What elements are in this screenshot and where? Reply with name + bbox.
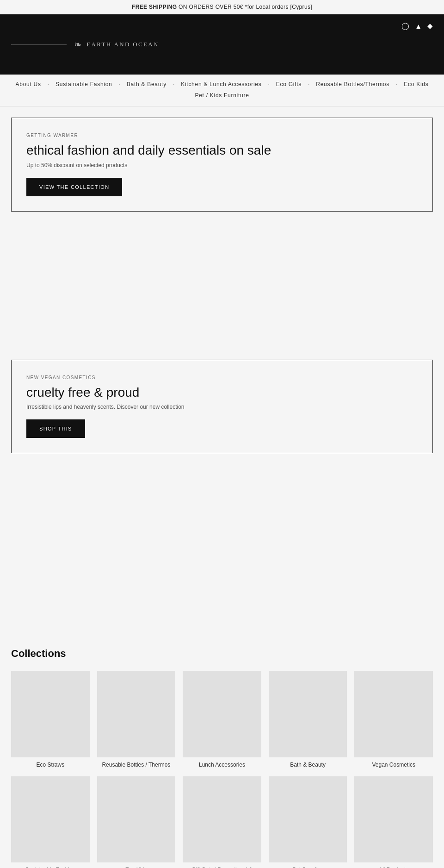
nav-eco-gifts[interactable]: Eco Gifts <box>270 79 308 89</box>
collection-thumb-lunch-accessories <box>183 671 261 757</box>
top-banner: FREE SHIPPING ON ORDERS OVER 50€ *for Lo… <box>0 0 444 14</box>
nav-pet-kids-furniture[interactable]: Pet / Kids Furniture <box>188 90 255 100</box>
nav-kitchen-lunch[interactable]: Kitchen & Lunch Accessories <box>174 79 268 89</box>
collection-thumb-gift-sets <box>183 776 261 863</box>
collection-label-all-products: All Products <box>379 866 408 868</box>
collection-label-lunch-accessories: Lunch Accessories <box>199 761 245 769</box>
nav-reusable-bottles[interactable]: Reusable Bottles/Thermos <box>309 79 396 89</box>
hero1-cta-button[interactable]: VIEW THE COLLECTION <box>26 178 122 196</box>
hero1-tag: GETTING WARMER <box>26 133 418 138</box>
spacer-image-2 <box>0 453 444 629</box>
collection-label-reusable-bottles: Reusable Bottles / Thermos <box>102 761 170 769</box>
collection-item-pet-supplies[interactable]: Pet Supplies <box>269 776 347 868</box>
collection-label-gift-sets: Gift Sets / Promotional & Personalized G… <box>183 866 261 868</box>
hero1-subtitle: Up to 50% discount on selected products <box>26 162 418 169</box>
collection-thumb-all-products <box>354 776 433 863</box>
nav-sustainable-fashion[interactable]: Sustainable Fashion <box>49 79 118 89</box>
hero-box-1: GETTING WARMER ethical fashion and daily… <box>11 118 433 212</box>
header-left: ❧ EARTH AND OCEAN <box>11 39 159 50</box>
collection-thumb-vegan-cosmetics <box>354 671 433 757</box>
collection-label-eco-straws: Eco Straws <box>36 761 64 769</box>
collection-item-all-products[interactable]: All Products <box>354 776 433 868</box>
hero-section-2: NEW VEGAN COSMETICS cruelty free & proud… <box>0 360 444 454</box>
collection-item-gift-sets[interactable]: Gift Sets / Promotional & Personalized G… <box>183 776 261 868</box>
collection-thumb-reusable-bottles <box>97 671 176 757</box>
instagram-icon[interactable]: ◯ <box>401 22 409 30</box>
hero2-subtitle: Irresistible lips and heavenly scents. D… <box>26 404 418 410</box>
collection-label-vegan-cosmetics: Vegan Cosmetics <box>372 761 415 769</box>
collection-thumb-sustainable-fashion <box>11 776 90 863</box>
nav-about-us[interactable]: About Us <box>9 79 48 89</box>
collection-thumb-bath-beauty <box>269 671 347 757</box>
collection-thumb-pet-supplies <box>269 776 347 863</box>
header: ❧ EARTH AND OCEAN ◯ ▲ ◆ <box>0 14 444 75</box>
collection-label-sustainable-fashion: Sustainable Fashion <box>25 866 75 868</box>
facebook-icon[interactable]: ▲ <box>415 22 422 30</box>
collections-grid: Eco Straws Reusable Bottles / Thermos Lu… <box>11 671 433 868</box>
collection-item-eco-straws[interactable]: Eco Straws <box>11 671 90 768</box>
nav-eco-kids[interactable]: Eco Kids <box>397 79 435 89</box>
tiktok-icon[interactable]: ◆ <box>427 22 433 30</box>
collection-thumb-eco-straws <box>11 671 90 757</box>
main-nav: About Us · Sustainable Fashion · Bath & … <box>0 75 444 106</box>
collection-label-pet-supplies: Pet Supplies <box>292 866 323 868</box>
hero2-title: cruelty free & proud <box>26 385 418 400</box>
collection-item-bath-beauty[interactable]: Bath & Beauty <box>269 671 347 768</box>
collection-item-sustainable-fashion[interactable]: Sustainable Fashion <box>11 776 90 868</box>
collections-heading: Collections <box>11 648 433 660</box>
hero-box-2: NEW VEGAN COSMETICS cruelty free & proud… <box>11 360 433 454</box>
collection-item-eco-kids[interactable]: Eco Kids <box>97 776 176 868</box>
collection-item-vegan-cosmetics[interactable]: Vegan Cosmetics <box>354 671 433 768</box>
banner-bold: FREE SHIPPING <box>132 4 177 10</box>
nav-bath-beauty[interactable]: Bath & Beauty <box>120 79 173 89</box>
hero2-tag: NEW VEGAN COSMETICS <box>26 375 418 380</box>
logo-text: EARTH AND OCEAN <box>86 41 159 48</box>
hero-section-1: GETTING WARMER ethical fashion and daily… <box>0 106 444 212</box>
logo-icon: ❧ <box>74 39 83 50</box>
collection-item-lunch-accessories[interactable]: Lunch Accessories <box>183 671 261 768</box>
search-line <box>11 44 67 45</box>
collections-section: Collections Eco Straws Reusable Bottles … <box>0 629 444 868</box>
logo[interactable]: ❧ EARTH AND OCEAN <box>74 39 159 50</box>
spacer-image-1 <box>0 212 444 360</box>
collection-label-bath-beauty: Bath & Beauty <box>290 761 326 769</box>
hero2-cta-button[interactable]: SHOP THIS <box>26 419 85 438</box>
collection-item-reusable-bottles[interactable]: Reusable Bottles / Thermos <box>97 671 176 768</box>
collection-thumb-eco-kids <box>97 776 176 863</box>
nav-row-2: Pet / Kids Furniture <box>0 89 444 101</box>
hero1-title: ethical fashion and daily essentials on … <box>26 143 418 158</box>
banner-text: ON ORDERS OVER 50€ *for Local orders [Cy… <box>177 4 312 10</box>
social-icons: ◯ ▲ ◆ <box>401 22 433 30</box>
collection-label-eco-kids: Eco Kids <box>125 866 147 868</box>
